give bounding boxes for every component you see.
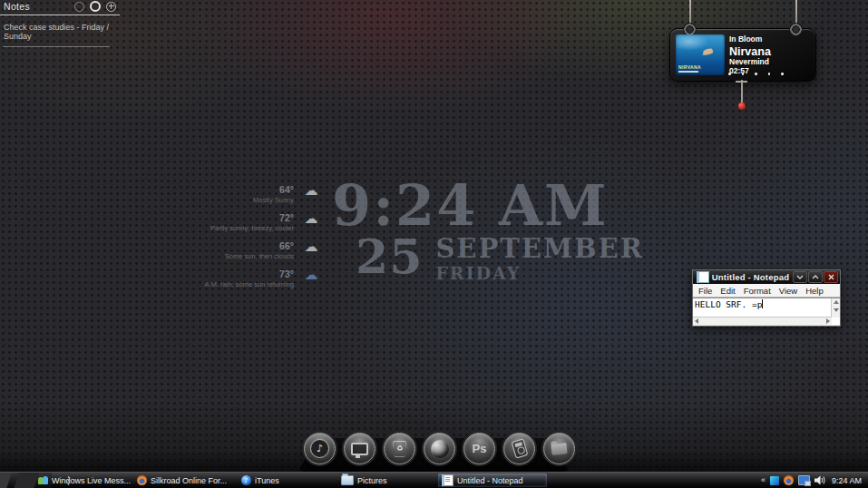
clock-time: 9:24 AM	[332, 178, 644, 234]
menu-help[interactable]: Help	[805, 286, 824, 296]
taskbar-button-label: iTunes	[255, 476, 279, 485]
ipod-icon	[511, 438, 528, 458]
notepad-menubar: File Edit Format View Help	[693, 284, 840, 298]
folder-icon	[551, 443, 567, 455]
notes-entry[interactable]: Check case studies - Friday / Sunday	[0, 15, 120, 46]
cloud-icon: ☁	[301, 212, 321, 225]
horizontal-scrollbar[interactable]	[693, 317, 832, 325]
scroll-down-icon[interactable]	[834, 308, 839, 312]
cloud-icon: ☁	[301, 240, 321, 253]
dock-item-ipod[interactable]	[503, 433, 535, 464]
weather-desc: Partly sunny; breezy, cooler	[210, 224, 294, 232]
notepad-window: Untitled - Notepad File Edit Format View…	[692, 269, 841, 327]
notes-circle-selected-icon[interactable]	[90, 1, 101, 12]
music-player-widget[interactable]: NIRVANA In Bloom Nirvana Nevermind 02:57	[669, 28, 816, 82]
pull-string	[741, 80, 743, 103]
desktop: Notes Check case studies - Friday / Sund…	[0, 0, 868, 488]
taskbar: Windows Live Mess... Silkroad Online For…	[0, 472, 868, 488]
dock-item-folder[interactable]	[543, 433, 575, 464]
system-tray: « 9:24 AM	[755, 473, 868, 488]
dock: ♪ ♻ Ps	[304, 433, 575, 464]
volume-icon[interactable]	[814, 473, 825, 488]
clock-month: SEPTEMBER	[435, 236, 643, 262]
weather-row: 73° A.M. rain; some sun returning ☁	[160, 268, 321, 288]
firefox-tray-icon[interactable]	[784, 475, 794, 485]
page-dots[interactable]	[728, 73, 784, 75]
weather-temp: 64°	[253, 184, 294, 195]
menu-edit[interactable]: Edit	[720, 286, 735, 296]
recycle-bin-icon: ♻	[393, 441, 406, 457]
weather-widget: 64° Mostly Sunny ☁ 72° Partly sunny; bre…	[160, 184, 321, 297]
minimize-button[interactable]	[793, 271, 807, 283]
clock-weekday: FRIDAY	[435, 265, 643, 282]
album-art: NIRVANA	[676, 34, 725, 75]
firefox-icon	[137, 475, 147, 485]
weather-temp: 66°	[225, 240, 294, 251]
tray-clock: 9:24 AM	[832, 476, 862, 485]
notepad-icon	[442, 474, 454, 486]
track-title: In Bloom	[729, 35, 771, 44]
taskbar-button-label: Windows Live Mess...	[52, 476, 131, 485]
photoshop-icon: Ps	[473, 442, 487, 455]
weather-desc: Mostly Sunny	[253, 196, 294, 204]
cloud-icon: ☁	[301, 184, 321, 197]
menu-view[interactable]: View	[779, 286, 797, 296]
grommet-icon	[789, 23, 803, 36]
pictures-folder-icon	[341, 475, 354, 485]
dock-item-itunes[interactable]: ♪	[304, 433, 336, 464]
clock-day: 25	[356, 236, 423, 282]
tray-collapse-icon[interactable]: «	[761, 476, 766, 484]
weather-row: 66° Some sun, then clouds ☁	[160, 240, 321, 260]
firefox-globe-icon	[431, 440, 449, 458]
notepad-icon	[697, 271, 709, 283]
weather-row: 64° Mostly Sunny ☁	[160, 184, 321, 204]
scroll-left-icon[interactable]	[695, 318, 698, 324]
notes-circle-icon[interactable]	[74, 2, 84, 12]
window-title: Untitled - Notepad	[709, 272, 792, 282]
notes-widget: Notes Check case studies - Friday / Sund…	[0, 0, 120, 47]
scroll-right-icon[interactable]	[826, 318, 830, 324]
dock-item-recycle-bin[interactable]: ♻	[384, 433, 415, 464]
scroll-up-icon[interactable]	[834, 300, 839, 304]
menu-format[interactable]: Format	[744, 286, 771, 296]
notepad-titlebar[interactable]: Untitled - Notepad	[693, 270, 840, 284]
maximize-button[interactable]	[808, 271, 823, 283]
album-art-bar	[678, 71, 698, 73]
dock-item-computer[interactable]	[344, 433, 375, 464]
vertical-scrollbar[interactable]	[831, 298, 840, 317]
menu-file[interactable]: File	[698, 286, 712, 296]
taskbar-button-label: Pictures	[357, 476, 387, 485]
artist-name: Nirvana	[729, 45, 771, 58]
taskbar-button-notepad[interactable]: Untitled - Notepad	[438, 473, 547, 487]
notepad-text-area[interactable]: HELLO SRF. =p	[693, 298, 840, 325]
music-note-icon: ♪	[310, 439, 329, 458]
taskbar-button-label: Untitled - Notepad	[457, 476, 523, 485]
weather-temp: 72°	[210, 212, 294, 223]
text-caret	[762, 299, 763, 308]
taskbar-button-silkroad[interactable]: Silkroad Online For...	[133, 473, 233, 487]
monitor-icon	[351, 443, 368, 455]
weather-desc: A.M. rain; some sun returning	[205, 280, 294, 288]
notes-add-icon[interactable]	[106, 2, 116, 12]
dock-item-firefox[interactable]	[424, 433, 455, 464]
dock-item-photoshop[interactable]: Ps	[463, 433, 495, 464]
taskbar-button-itunes[interactable]: ♪ iTunes	[238, 473, 301, 487]
messenger-status-icon[interactable]	[770, 476, 779, 485]
display-settings-icon[interactable]	[798, 475, 810, 485]
pull-ball-icon[interactable]	[738, 102, 746, 110]
taskbar-button-messenger[interactable]: Windows Live Mess...	[34, 473, 140, 487]
album-art-figure	[702, 48, 713, 55]
notes-title: Notes	[4, 1, 30, 12]
rain-cloud-icon: ☁	[301, 268, 321, 281]
close-button[interactable]	[824, 271, 838, 283]
taskbar-button-pictures[interactable]: Pictures	[337, 473, 401, 487]
weather-desc: Some sun, then clouds	[225, 252, 294, 260]
notes-divider	[3, 46, 110, 47]
album-art-text: NIRVANA	[678, 64, 701, 70]
weather-row: 72° Partly sunny; breezy, cooler ☁	[160, 212, 321, 232]
notepad-content[interactable]: HELLO SRF. =p	[695, 299, 762, 309]
messenger-icon	[38, 476, 48, 485]
itunes-icon: ♪	[241, 475, 251, 485]
clock-widget: 9:24 AM 25 SEPTEMBER FRIDAY	[332, 178, 644, 282]
taskbar-button-label: Silkroad Online For...	[151, 476, 227, 485]
